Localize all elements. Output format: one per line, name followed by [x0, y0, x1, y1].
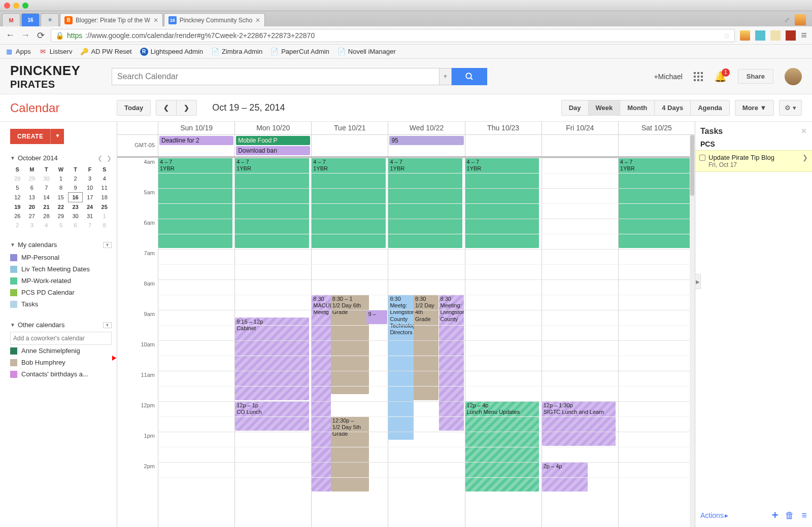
day-header[interactable]: Mon 10/20 — [234, 122, 311, 134]
bookmark-zimbra[interactable]: 📄Zimbra Admin — [211, 48, 262, 56]
bookmark-novell[interactable]: 📄Novell iManager — [337, 48, 396, 56]
task-checkbox[interactable] — [699, 155, 705, 161]
minical-next[interactable]: ❯ — [107, 155, 112, 162]
calendar-item[interactable]: Bob Humphrey — [10, 357, 112, 368]
day-column[interactable]: 4 – 71YBR8:30Meetg: Livingston County Te… — [388, 158, 464, 527]
allday-event[interactable]: Deadline for 2 — [159, 136, 233, 145]
minical-day[interactable]: 8 — [54, 183, 69, 193]
collapse-icon[interactable]: ▼ — [10, 155, 15, 161]
minical-day[interactable]: 2 — [68, 174, 83, 183]
tab-close-icon[interactable]: ✕ — [255, 17, 260, 24]
task-delete-icon[interactable]: 🗑 — [785, 510, 794, 521]
minical-day[interactable]: 14 — [39, 193, 54, 202]
minical-prev[interactable]: ❮ — [97, 155, 103, 162]
calendar-event[interactable]: 4 – 71YBR — [158, 158, 232, 248]
minical-day[interactable]: 4 — [39, 221, 54, 230]
minical-day[interactable]: 8 — [97, 221, 112, 230]
search-button[interactable] — [452, 68, 487, 85]
calendar-event[interactable]: 4 – 71YBR — [619, 158, 693, 248]
minical-day[interactable]: 30 — [68, 212, 83, 221]
minical-day[interactable]: 4 — [97, 174, 112, 183]
more-button[interactable]: More ▼ — [735, 100, 774, 116]
extension-icon-4[interactable] — [786, 30, 796, 41]
pinned-tab-gmail[interactable]: M — [2, 13, 20, 26]
allday-cell[interactable]: Mobile Food PDownload ban — [234, 135, 311, 156]
allday-event[interactable]: Download ban — [236, 146, 310, 155]
minical-day[interactable]: 11 — [97, 183, 112, 193]
section-menu-icon[interactable]: ▼ — [103, 322, 112, 328]
allday-cell[interactable]: Deadline for 2 — [158, 135, 234, 156]
day-column[interactable]: 4 – 71YBR9:15 – 12pCabinet12p – 1pCO Lun… — [234, 158, 311, 527]
bookmark-star-icon[interactable]: ☆ — [724, 31, 730, 40]
minical-day[interactable]: 20 — [25, 202, 40, 212]
minical-day[interactable]: 18 — [97, 193, 112, 202]
vertical-scrollbar[interactable] — [690, 135, 695, 527]
minical-day[interactable]: 12 — [10, 193, 25, 202]
minical-day[interactable]: 26 — [10, 212, 25, 221]
calendar-item[interactable]: Contacts' birthdays a... — [10, 368, 112, 380]
minical-day[interactable]: 5 — [54, 221, 69, 230]
next-button[interactable]: ❯ — [177, 100, 197, 116]
minical-day[interactable]: 30 — [39, 174, 54, 183]
calendar-event[interactable]: 12p – 1:30pSIGTC Lunch and Learn — [542, 401, 616, 446]
minical-day[interactable]: 28 — [10, 174, 25, 183]
minical-day[interactable]: 5 — [10, 183, 25, 193]
extension-icon-2[interactable] — [755, 30, 765, 41]
minical-day[interactable]: 21 — [39, 202, 54, 212]
browser-tab-blogger[interactable]: B Blogger: Pirate Tip of the W ✕ — [60, 13, 163, 26]
fullscreen-icon[interactable]: ⤢ — [784, 16, 790, 24]
view-button-4days[interactable]: 4 Days — [655, 100, 691, 116]
allday-cell[interactable] — [311, 135, 388, 156]
account-avatar[interactable] — [785, 68, 802, 85]
calendar-event[interactable]: 4 – 71YBR — [312, 158, 386, 248]
minical-day[interactable]: 9 — [68, 183, 83, 193]
allday-cell[interactable]: 95 — [388, 135, 464, 156]
calendar-event[interactable]: 4 – 71YBR — [388, 158, 462, 248]
nav-back-button[interactable]: ← — [5, 30, 15, 41]
allday-event[interactable]: Mobile Food P — [236, 136, 310, 145]
task-add-icon[interactable]: + — [772, 509, 779, 522]
minical-day[interactable]: 1 — [97, 212, 112, 221]
window-zoom-icon[interactable] — [22, 3, 28, 9]
calendar-item[interactable]: Liv Tech Meeting Dates — [10, 263, 112, 275]
minical-day[interactable]: 16 — [68, 193, 83, 202]
panel-collapse-icon[interactable]: ▶ — [695, 274, 701, 289]
tasks-list-name[interactable]: PCS — [700, 140, 807, 148]
apps-launcher-icon[interactable] — [694, 72, 703, 81]
minical-day[interactable]: 24 — [83, 202, 97, 212]
minical-day[interactable]: 3 — [25, 221, 40, 230]
day-column[interactable]: 4 – 71YBR12p – 4pLunch Menu Updates — [465, 158, 542, 527]
calendar-item[interactable]: Anne Schimelpfenig — [10, 345, 112, 357]
task-sort-icon[interactable]: ≡ — [801, 510, 807, 521]
task-item[interactable]: Update Pirate Tip Blog ❯ Fri, Oct 17 — [695, 150, 812, 172]
day-header[interactable]: Sat 10/25 — [618, 122, 695, 134]
user-link[interactable]: +Michael — [654, 73, 682, 81]
pinned-tab-joomla[interactable]: ✳ — [41, 13, 59, 26]
add-coworker-input[interactable] — [10, 332, 112, 345]
org-logo[interactable]: PINCKNEY PIRATES — [10, 63, 112, 90]
calendar-event[interactable]: 12p – 1pCO Lunch — [235, 401, 309, 431]
calendar-brand[interactable]: Calendar — [10, 101, 112, 115]
calendar-item[interactable]: MP-Work-related — [10, 275, 112, 287]
day-column[interactable]: 4 – 71YBR8:30MACUL Meetg8:30 – 11/2 Day … — [311, 158, 388, 527]
scrollbar-thumb[interactable] — [690, 135, 694, 196]
day-column[interactable]: 4 – 71YBR — [618, 158, 695, 527]
pinned-tab-calendar[interactable]: 16 — [21, 13, 40, 26]
create-dropdown-icon[interactable]: ▼ — [50, 129, 64, 144]
minical-day[interactable]: 7 — [39, 183, 54, 193]
create-event-button[interactable]: CREATE ▼ — [10, 129, 112, 144]
minical-day[interactable]: 27 — [25, 212, 40, 221]
minical-day[interactable]: 29 — [25, 174, 40, 183]
extension-icon-3[interactable] — [770, 30, 781, 41]
calendar-event[interactable]: 4 – 71YBR — [235, 158, 309, 248]
minical-day[interactable]: 23 — [68, 202, 83, 212]
bookmark-papercut[interactable]: 📄PaperCut Admin — [270, 48, 329, 56]
minical-day[interactable]: 1 — [54, 174, 69, 183]
day-header[interactable]: Fri 10/24 — [542, 122, 618, 134]
minical-day[interactable]: 2 — [10, 221, 25, 230]
bookmark-lightspeed[interactable]: RLightspeed Admin — [140, 48, 203, 56]
bookmark-apps[interactable]: ▦Apps — [5, 48, 31, 56]
browser-tab-pinckney[interactable]: 16 Pinckney Community Scho ✕ — [164, 13, 265, 26]
tasks-close-icon[interactable]: ✕ — [801, 127, 807, 136]
allday-event[interactable]: 95 — [389, 136, 463, 145]
